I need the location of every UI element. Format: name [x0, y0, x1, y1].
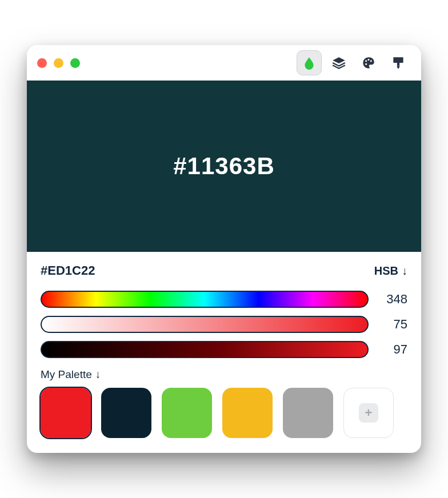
- brightness-value: 97: [380, 342, 407, 357]
- preview-hex-label: #11363B: [173, 152, 274, 180]
- controls-panel: #ED1C22 HSB ↓ 348 75 97 My Palette ↓ +: [27, 252, 421, 453]
- svg-rect-5: [397, 63, 399, 66]
- brush-tool[interactable]: [386, 50, 411, 75]
- hue-value: 348: [380, 292, 407, 307]
- layers-icon: [331, 55, 346, 70]
- add-swatch-button[interactable]: +: [343, 388, 394, 438]
- swatch-1[interactable]: [101, 388, 151, 438]
- swatch-4[interactable]: [283, 388, 333, 438]
- palette-swatches: +: [41, 388, 407, 438]
- mode-label: HSB: [374, 264, 398, 278]
- svg-point-2: [370, 60, 372, 62]
- color-preview: #11363B: [27, 81, 421, 252]
- svg-point-3: [365, 63, 367, 65]
- brightness-slider-row: 97: [41, 341, 407, 358]
- minimize-icon[interactable]: [54, 58, 63, 68]
- hue-slider[interactable]: [41, 291, 369, 308]
- palette-label: My Palette: [41, 368, 92, 381]
- plus-icon: +: [359, 403, 378, 423]
- layers-tool[interactable]: [326, 50, 351, 75]
- swatch-2[interactable]: [162, 388, 212, 438]
- color-mode-select[interactable]: HSB ↓: [374, 264, 407, 278]
- brightness-slider[interactable]: [41, 341, 369, 358]
- swatch-3[interactable]: [222, 388, 273, 438]
- saturation-slider-row: 75: [41, 316, 407, 333]
- saturation-value: 75: [380, 317, 407, 332]
- selected-hex-label[interactable]: #ED1C22: [41, 263, 95, 278]
- chevron-down-icon: ↓: [402, 264, 407, 278]
- palette-icon: [361, 55, 376, 70]
- saturation-slider[interactable]: [41, 316, 369, 333]
- toolbar: [297, 50, 411, 75]
- drop-icon: [302, 55, 317, 70]
- palette-select[interactable]: My Palette ↓: [41, 368, 407, 381]
- svg-rect-4: [393, 57, 403, 63]
- close-icon[interactable]: [37, 58, 47, 68]
- svg-point-1: [367, 59, 369, 61]
- palette-tool[interactable]: [356, 50, 381, 75]
- chevron-down-icon: ↓: [95, 368, 101, 381]
- brush-icon: [391, 55, 406, 70]
- picker-tool[interactable]: [297, 50, 322, 75]
- swatch-0[interactable]: [41, 388, 91, 438]
- app-window: #11363B #ED1C22 HSB ↓ 348 75 97 My Palet…: [27, 45, 421, 453]
- svg-point-0: [365, 60, 367, 62]
- hue-slider-row: 348: [41, 291, 407, 308]
- titlebar: [27, 45, 421, 81]
- zoom-icon[interactable]: [70, 58, 80, 68]
- window-controls: [37, 58, 80, 68]
